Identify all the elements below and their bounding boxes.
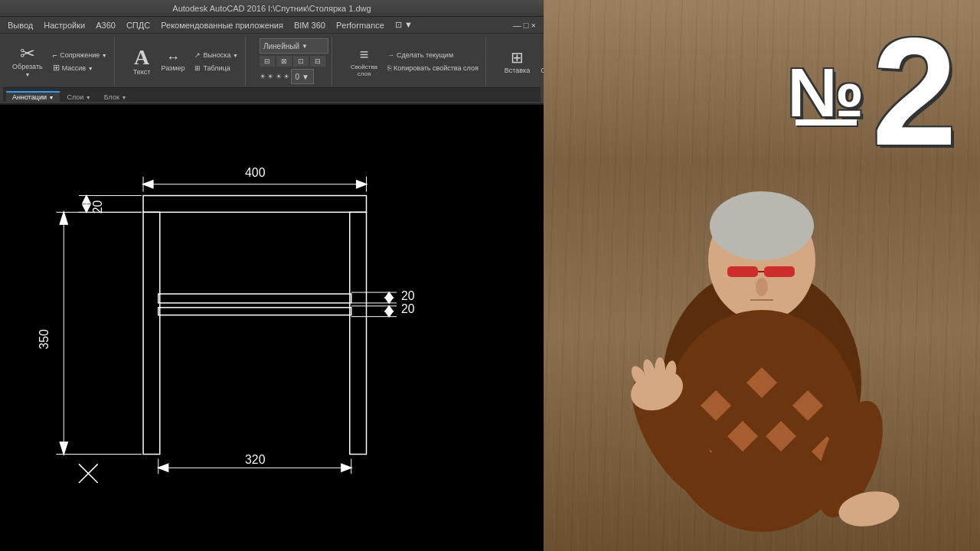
menu-spds[interactable]: СПДС [122, 19, 155, 31]
tab-block[interactable]: Блок ▼ [98, 92, 133, 102]
svg-text:20: 20 [401, 302, 415, 315]
layer-number-row: ☀ ☀ ☀ ☀ 0 ▼ [260, 69, 328, 84]
copy-props-icon: ⎘ [387, 64, 391, 72]
svg-text:400: 400 [245, 166, 266, 179]
svg-marker-34 [385, 311, 393, 317]
linear-label: Линейный [263, 42, 299, 51]
svg-rect-0 [143, 196, 367, 213]
menu-nastroyki[interactable]: Настройки [39, 19, 90, 31]
dimension-icon: ↔ [166, 51, 180, 64]
trim-label: Обрезать ▼ [12, 63, 43, 78]
toolbar-main: ✂ Обрезать ▼ ⌐ Сопряжение ▼ ⊞ Массив ▼ [3, 35, 541, 88]
modify-group: ✂ Обрезать ▼ ⌐ Сопряжение ▼ ⊞ Массив ▼ [5, 37, 115, 86]
text-label: Текст [133, 68, 151, 76]
svg-marker-23 [158, 464, 168, 471]
leader-label: Выноска ▼ [203, 51, 238, 59]
linear-dropdown[interactable]: Линейный ▼ [260, 38, 328, 54]
svg-text:20: 20 [401, 289, 415, 302]
cad-drawing: 400 20 350 320 20 20 [0, 105, 544, 551]
window-controls[interactable]: — □ × [508, 19, 541, 31]
copy-props-label: Копировать свойства слоя [394, 64, 479, 72]
person-svg [597, 168, 926, 551]
menu-recommended[interactable]: Рекомендованные приложения [156, 19, 288, 31]
tab-layers[interactable]: Слои ▼ [60, 92, 96, 102]
svg-marker-8 [143, 181, 153, 188]
svg-marker-28 [385, 292, 393, 298]
layer-props-label: Свойства слоя [351, 64, 377, 77]
massiv-icon: ⊞ [53, 63, 60, 73]
right-panel: № 2 [544, 0, 980, 551]
make-current-button[interactable]: → Сделать текущим [384, 49, 482, 61]
table-button[interactable]: ⊞ Таблица [191, 62, 242, 74]
layer-num-dropdown[interactable]: 0 ▼ [291, 69, 314, 84]
title-bar: Autodesk AutoCAD 2016 I:\Спутник\Столярк… [0, 0, 544, 17]
conjugate-button[interactable]: ⌐ Сопряжение ▼ [49, 49, 111, 61]
insert-button[interactable]: ⊞ Вставка [500, 41, 534, 81]
menu-a360[interactable]: А360 [91, 19, 120, 31]
svg-point-49 [756, 278, 768, 296]
toolbar-area: ✂ Обрезать ▼ ⌐ Сопряжение ▼ ⊞ Массив ▼ [0, 34, 544, 105]
svg-text:20: 20 [91, 200, 104, 214]
leader-icon: ↗ [194, 51, 201, 59]
linear-group: Линейный ▼ ⊟ ⊠ ⊡ ⊟ ☀ ☀ ☀ ☀ 0 ▼ [256, 37, 332, 86]
layer-props-group: ≡ Свойства слоя → Сделать текущим ⎘ Копи… [343, 37, 486, 86]
dimension-label: Размер [161, 64, 185, 72]
conjugate-icon: ⌐ [53, 51, 57, 60]
svg-rect-4 [158, 308, 351, 315]
trim-icon: ✂ [20, 44, 35, 63]
svg-rect-47 [764, 266, 795, 277]
tab-annotations[interactable]: Аннотации ▼ [6, 91, 60, 102]
layer-tool-3[interactable]: ⊡ [293, 56, 309, 67]
massiv-button[interactable]: ⊞ Массив ▼ [49, 62, 111, 74]
massiv-label: Массив ▼ [62, 64, 93, 72]
linear-arrow: ▼ [302, 43, 308, 50]
layer-tool-2[interactable]: ⊠ [276, 56, 292, 67]
menu-performance[interactable]: Performance [332, 19, 389, 31]
leader-button[interactable]: ↗ Выноска ▼ [191, 49, 242, 61]
svg-point-66 [655, 357, 665, 380]
conjugate-label: Сопряжение ▼ [60, 51, 107, 59]
layer-tool-4[interactable]: ⊟ [310, 56, 325, 67]
layer-num-arrow: ▼ [302, 73, 309, 81]
svg-rect-46 [727, 266, 758, 277]
insert-label: Вставка [505, 67, 530, 74]
ribbon-tabs: Аннотации ▼ Слои ▼ Блок ▼ [3, 88, 541, 102]
layer-props-icon: ≡ [360, 46, 369, 64]
text-icon: A [134, 47, 149, 68]
insert-icon: ⊞ [511, 48, 524, 67]
menu-vyvod[interactable]: Вывод [3, 19, 38, 31]
dimension-button[interactable]: ↔ Размер [156, 41, 189, 81]
text-button[interactable]: A Текст [129, 41, 155, 81]
svg-marker-19 [60, 442, 67, 455]
table-label: Таблица [203, 64, 230, 72]
svg-marker-14 [83, 204, 90, 212]
table-icon: ⊞ [194, 64, 201, 72]
layer-icons: ☀ ☀ ☀ ☀ [260, 73, 290, 80]
modify-small-buttons: ⌐ Сопряжение ▼ ⊞ Массив ▼ [49, 49, 111, 74]
menu-bar: Вывод Настройки А360 СПДС Рекомендованны… [0, 17, 544, 34]
svg-rect-1 [143, 212, 160, 454]
svg-rect-2 [350, 212, 367, 454]
layer-tool-1[interactable]: ⊟ [260, 56, 275, 67]
drawing-area[interactable]: 400 20 350 320 20 20 [0, 105, 544, 551]
layer-tools-row: ⊟ ⊠ ⊡ ⊟ [260, 56, 328, 67]
copy-props-button[interactable]: ⎘ Копировать свойства слоя [384, 62, 482, 74]
layer-props-button[interactable]: ≡ Свойства слоя [346, 41, 382, 81]
menu-bim360[interactable]: BIM 360 [289, 19, 330, 31]
svg-text:320: 320 [245, 453, 266, 466]
svg-marker-18 [60, 212, 67, 224]
svg-marker-33 [385, 306, 393, 311]
svg-point-45 [710, 191, 814, 260]
layer-num: 0 [295, 73, 299, 81]
svg-marker-13 [83, 196, 90, 204]
trim-button[interactable]: ✂ Обрезать ▼ [8, 41, 47, 81]
title-text: Autodesk AutoCAD 2016 I:\Спутник\Столярк… [172, 4, 371, 13]
make-current-label: Сделать текущим [397, 51, 453, 59]
svg-marker-9 [357, 181, 367, 188]
layer-small-btns: → Сделать текущим ⎘ Копировать свойства … [384, 49, 482, 74]
menu-options[interactable]: ⊡ ▼ [390, 18, 417, 31]
annotation-group: A Текст ↔ Размер ↗ Выноска ▼ ⊞ Таблица [126, 37, 246, 86]
autocad-panel: Autodesk AutoCAD 2016 I:\Спутник\Столярк… [0, 0, 544, 551]
person-area [544, 153, 980, 551]
annotation-small: ↗ Выноска ▼ ⊞ Таблица [191, 49, 242, 74]
